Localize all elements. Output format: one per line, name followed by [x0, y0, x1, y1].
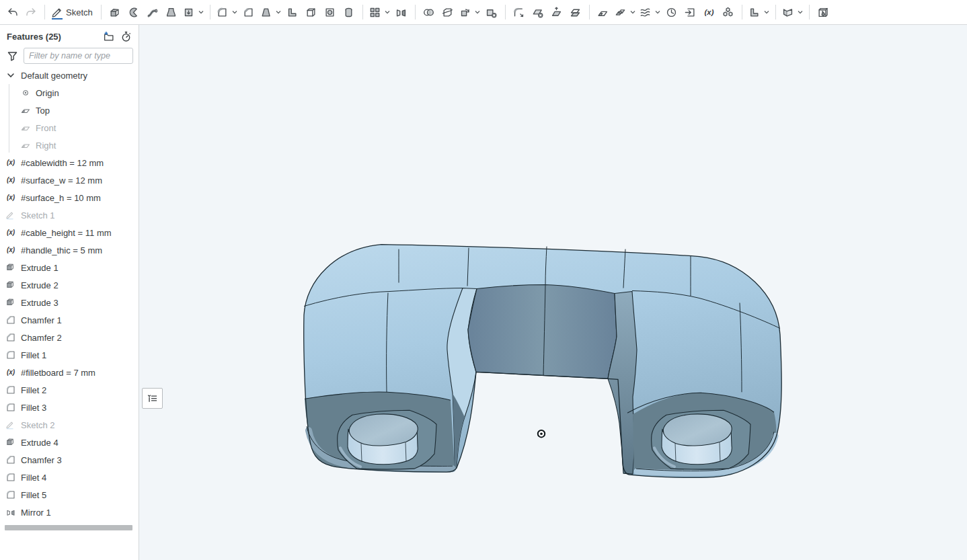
feature-row-extrude-4[interactable]: Extrude 4 [0, 434, 139, 451]
feature-row-fillet-3[interactable]: Fillet 3 [0, 399, 139, 416]
boss-button[interactable] [340, 3, 358, 22]
sheet-metal-flange-button[interactable] [746, 3, 771, 22]
feature-row-sketch-1[interactable]: Sketch 1 [0, 206, 139, 224]
feature-row-sketch-2[interactable]: Sketch 2 [0, 416, 139, 434]
plane-button[interactable] [594, 3, 613, 22]
feature-row-fillet-1[interactable]: Fillet 1 [0, 346, 139, 364]
feature-label: Extrude 1 [21, 263, 59, 273]
feature-row-chamfer-3[interactable]: Chamfer 3 [0, 451, 139, 469]
sketch-button[interactable]: Sketch [49, 3, 97, 22]
feature-label: Mirror 1 [21, 508, 51, 518]
feature-filter-input[interactable] [24, 48, 133, 64]
feature-row-extrude-1[interactable]: Extrude 1 [0, 259, 139, 276]
boolean-button[interactable] [420, 3, 438, 22]
transform-button[interactable] [457, 3, 482, 22]
feature-row-filletboard-7-mm[interactable]: (x)#filletboard = 7 mm [0, 364, 139, 381]
feature-row-cable-height-11-mm[interactable]: (x)#cable_height = 11 mm [0, 224, 139, 241]
feature-row-top[interactable]: Top [0, 102, 139, 119]
transform-icon [459, 6, 471, 19]
delete-part-button[interactable] [482, 3, 501, 22]
extrude-icon [108, 6, 121, 19]
modify-fillet-button[interactable] [510, 3, 529, 22]
feature-row-extrude-3[interactable]: Extrude 3 [0, 294, 139, 311]
composite-part-button[interactable] [613, 3, 637, 22]
variable-button[interactable]: (x) [700, 3, 719, 22]
delete-part-icon [485, 6, 498, 19]
feature-row-right[interactable]: Right [0, 136, 139, 154]
loft-button[interactable] [162, 3, 181, 22]
variable-icon: (x) [5, 192, 16, 203]
derived-button[interactable] [681, 3, 700, 22]
feature-label: Extrude 4 [21, 438, 59, 448]
delete-face-button[interactable] [529, 3, 547, 22]
feature-label: Chamfer 1 [21, 315, 62, 325]
feature-row-surface-h-10-mm[interactable]: (x)#surface_h = 10 mm [0, 189, 139, 206]
curve-button[interactable] [637, 3, 662, 22]
instances-button[interactable] [719, 3, 738, 22]
feature-panel-header: Features (25) [0, 25, 139, 45]
feature-row-surface-w-12-mm[interactable]: (x)#surface_w = 12 mm [0, 171, 139, 189]
sweep-button[interactable] [143, 3, 162, 22]
draft-button[interactable] [258, 3, 283, 22]
new-folder-button[interactable] [101, 29, 116, 44]
sketch-icon [5, 210, 16, 221]
undo-button[interactable] [3, 3, 22, 22]
linear-pattern-button[interactable] [367, 3, 392, 22]
svg-text:(x): (x) [7, 246, 15, 253]
move-face-button[interactable] [547, 3, 566, 22]
horizontal-scrollbar-thumb[interactable] [5, 525, 132, 530]
tree-guide-line [9, 84, 9, 153]
linear-pattern-icon [369, 6, 381, 19]
feature-rollback-button[interactable] [118, 29, 133, 44]
split-button[interactable] [438, 3, 457, 22]
sheet-metal-bend-button[interactable] [780, 3, 805, 22]
revolve-button[interactable] [124, 3, 143, 22]
appearance-button[interactable] [814, 3, 833, 22]
feature-row-cablewidth-12-mm[interactable]: (x)#cablewidth = 12 mm [0, 154, 139, 171]
redo-button[interactable] [22, 3, 40, 22]
plane-icon [20, 140, 31, 151]
variable-icon: (x) [5, 157, 16, 168]
filter-funnel-icon[interactable] [7, 50, 18, 62]
clock-button[interactable] [662, 3, 681, 22]
feature-row-origin[interactable]: Origin [0, 84, 139, 102]
fillet-button[interactable] [215, 3, 239, 22]
origin-marker[interactable] [538, 430, 545, 437]
rib-button[interactable] [283, 3, 302, 22]
mirror-button[interactable] [392, 3, 411, 22]
chamfer-button[interactable] [239, 3, 258, 22]
replace-face-button[interactable] [566, 3, 585, 22]
undo-icon [6, 6, 19, 19]
boss-right[interactable] [652, 410, 750, 469]
feature-label: Fillet 2 [21, 385, 46, 395]
slot-inner-wall-face[interactable] [468, 285, 617, 379]
3d-viewport[interactable] [139, 25, 967, 560]
feature-row-front[interactable]: Front [0, 119, 139, 136]
part-model[interactable] [139, 25, 967, 560]
thicken-icon [182, 6, 195, 19]
feature-row-handle-thic-5-mm[interactable]: (x)#handle_thic = 5 mm [0, 241, 139, 259]
feature-row-extrude-2[interactable]: Extrude 2 [0, 276, 139, 294]
feature-row-fillet-4[interactable]: Fillet 4 [0, 469, 139, 486]
shell-button[interactable] [302, 3, 321, 22]
boss-top-face[interactable] [349, 414, 418, 446]
feature-row-chamfer-2[interactable]: Chamfer 2 [0, 329, 139, 346]
thicken-button[interactable] [181, 3, 206, 22]
feature-row-default-geometry[interactable]: Default geometry [0, 67, 139, 84]
mirror-icon [5, 507, 16, 518]
feature-row-chamfer-1[interactable]: Chamfer 1 [0, 311, 139, 329]
feature-row-mirror-1[interactable]: Mirror 1 [0, 504, 139, 521]
boss-left[interactable] [338, 410, 436, 469]
extrude-button[interactable] [106, 3, 124, 22]
clock-icon [665, 6, 678, 19]
feature-list-flyout-button[interactable] [142, 388, 163, 409]
hole-button[interactable] [321, 3, 340, 22]
curve-icon [639, 6, 652, 19]
composite-part-icon [614, 6, 627, 19]
delete-face-icon [531, 6, 544, 19]
feature-row-fillet-5[interactable]: Fillet 5 [0, 486, 139, 504]
feature-label: #surface_w = 12 mm [21, 175, 102, 186]
feature-label: #cablewidth = 12 mm [21, 158, 104, 168]
feature-tree: Default geometryOriginTopFrontRight(x)#c… [0, 67, 139, 521]
feature-row-fillet-2[interactable]: Fillet 2 [0, 381, 139, 399]
